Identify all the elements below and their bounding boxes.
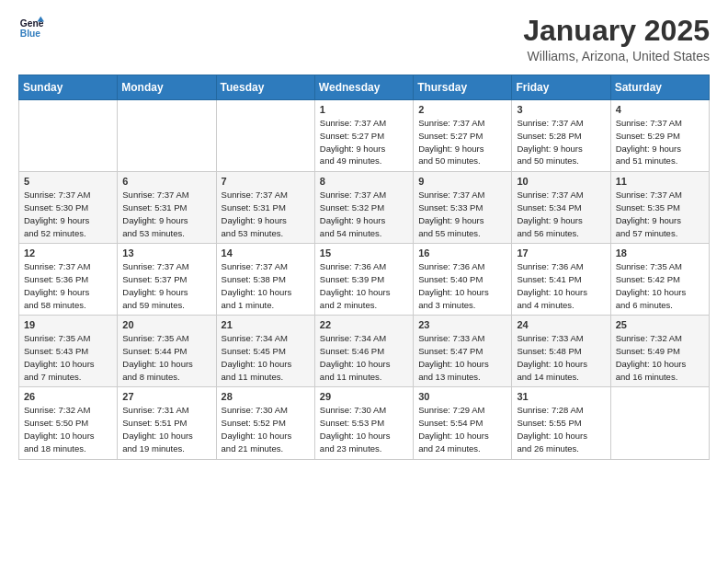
day-info: Sunrise: 7:31 AM Sunset: 5:51 PM Dayligh… bbox=[122, 404, 210, 454]
calendar-cell: 14Sunrise: 7:37 AM Sunset: 5:38 PM Dayli… bbox=[216, 244, 314, 316]
calendar-cell: 9Sunrise: 7:37 AM Sunset: 5:33 PM Daylig… bbox=[414, 172, 512, 244]
calendar-cell: 8Sunrise: 7:37 AM Sunset: 5:32 PM Daylig… bbox=[314, 172, 413, 244]
calendar-cell bbox=[118, 100, 216, 172]
calendar-cell: 7Sunrise: 7:37 AM Sunset: 5:31 PM Daylig… bbox=[216, 172, 314, 244]
day-number: 28 bbox=[222, 391, 310, 402]
day-number: 26 bbox=[24, 391, 112, 402]
day-number: 8 bbox=[320, 176, 408, 187]
day-info: Sunrise: 7:32 AM Sunset: 5:49 PM Dayligh… bbox=[616, 332, 704, 383]
header-row: SundayMondayTuesdayWednesdayThursdayFrid… bbox=[19, 75, 710, 100]
calendar-cell bbox=[19, 100, 118, 172]
day-number: 12 bbox=[24, 247, 112, 259]
calendar-cell: 4Sunrise: 7:37 AM Sunset: 5:29 PM Daylig… bbox=[610, 100, 709, 172]
calendar-cell: 13Sunrise: 7:37 AM Sunset: 5:37 PM Dayli… bbox=[118, 244, 216, 316]
page: General Blue January 2025 Williams, Ariz… bbox=[0, 0, 728, 478]
day-number: 7 bbox=[222, 176, 310, 187]
title-block: January 2025 Williams, Arizona, United S… bbox=[523, 15, 710, 63]
week-row: 12Sunrise: 7:37 AM Sunset: 5:36 PM Dayli… bbox=[19, 244, 710, 316]
calendar-cell: 16Sunrise: 7:36 AM Sunset: 5:40 PM Dayli… bbox=[414, 244, 512, 316]
calendar-cell: 27Sunrise: 7:31 AM Sunset: 5:51 PM Dayli… bbox=[118, 387, 216, 459]
month-title: January 2025 bbox=[523, 15, 710, 47]
day-number: 4 bbox=[616, 104, 704, 115]
day-number: 11 bbox=[616, 176, 704, 187]
calendar-cell: 23Sunrise: 7:33 AM Sunset: 5:47 PM Dayli… bbox=[414, 316, 512, 387]
day-number: 29 bbox=[320, 391, 408, 402]
day-number: 17 bbox=[517, 247, 605, 259]
day-number: 30 bbox=[418, 391, 506, 402]
day-info: Sunrise: 7:37 AM Sunset: 5:31 PM Dayligh… bbox=[122, 189, 210, 239]
day-header: Monday bbox=[118, 75, 216, 100]
calendar-cell: 21Sunrise: 7:34 AM Sunset: 5:45 PM Dayli… bbox=[216, 316, 314, 387]
day-info: Sunrise: 7:30 AM Sunset: 5:52 PM Dayligh… bbox=[222, 404, 310, 454]
day-number: 16 bbox=[418, 247, 506, 259]
day-number: 23 bbox=[418, 319, 506, 330]
calendar-cell bbox=[610, 387, 709, 459]
logo: General Blue bbox=[18, 15, 44, 40]
calendar-cell: 15Sunrise: 7:36 AM Sunset: 5:39 PM Dayli… bbox=[314, 244, 413, 316]
day-number: 10 bbox=[517, 176, 605, 187]
calendar-cell bbox=[216, 100, 314, 172]
day-info: Sunrise: 7:36 AM Sunset: 5:41 PM Dayligh… bbox=[517, 260, 605, 311]
logo-icon: General Blue bbox=[18, 15, 44, 40]
day-info: Sunrise: 7:34 AM Sunset: 5:46 PM Dayligh… bbox=[320, 332, 408, 383]
day-number: 22 bbox=[320, 319, 408, 330]
day-number: 13 bbox=[122, 247, 210, 259]
calendar-cell: 1Sunrise: 7:37 AM Sunset: 5:27 PM Daylig… bbox=[314, 100, 413, 172]
day-number: 6 bbox=[122, 176, 210, 187]
day-info: Sunrise: 7:37 AM Sunset: 5:38 PM Dayligh… bbox=[222, 260, 310, 311]
day-info: Sunrise: 7:37 AM Sunset: 5:32 PM Dayligh… bbox=[320, 189, 408, 239]
day-number: 3 bbox=[517, 104, 605, 115]
calendar-cell: 31Sunrise: 7:28 AM Sunset: 5:55 PM Dayli… bbox=[512, 387, 610, 459]
day-info: Sunrise: 7:33 AM Sunset: 5:48 PM Dayligh… bbox=[517, 332, 605, 383]
calendar-cell: 29Sunrise: 7:30 AM Sunset: 5:53 PM Dayli… bbox=[314, 387, 413, 459]
day-info: Sunrise: 7:37 AM Sunset: 5:28 PM Dayligh… bbox=[517, 117, 605, 167]
day-header: Thursday bbox=[414, 75, 512, 100]
calendar-cell: 3Sunrise: 7:37 AM Sunset: 5:28 PM Daylig… bbox=[512, 100, 610, 172]
day-info: Sunrise: 7:37 AM Sunset: 5:33 PM Dayligh… bbox=[418, 189, 506, 239]
day-info: Sunrise: 7:35 AM Sunset: 5:44 PM Dayligh… bbox=[122, 332, 210, 383]
day-info: Sunrise: 7:30 AM Sunset: 5:53 PM Dayligh… bbox=[320, 404, 408, 454]
day-number: 9 bbox=[418, 176, 506, 187]
day-header: Friday bbox=[512, 75, 610, 100]
day-info: Sunrise: 7:37 AM Sunset: 5:29 PM Dayligh… bbox=[616, 117, 704, 167]
calendar-cell: 12Sunrise: 7:37 AM Sunset: 5:36 PM Dayli… bbox=[19, 244, 118, 316]
day-number: 21 bbox=[222, 319, 310, 330]
calendar-cell: 25Sunrise: 7:32 AM Sunset: 5:49 PM Dayli… bbox=[610, 316, 709, 387]
day-number: 20 bbox=[122, 319, 210, 330]
calendar-cell: 6Sunrise: 7:37 AM Sunset: 5:31 PM Daylig… bbox=[118, 172, 216, 244]
day-info: Sunrise: 7:35 AM Sunset: 5:42 PM Dayligh… bbox=[616, 260, 704, 311]
day-info: Sunrise: 7:37 AM Sunset: 5:34 PM Dayligh… bbox=[517, 189, 605, 239]
calendar: SundayMondayTuesdayWednesdayThursdayFrid… bbox=[18, 75, 710, 459]
week-row: 5Sunrise: 7:37 AM Sunset: 5:30 PM Daylig… bbox=[19, 172, 710, 244]
day-info: Sunrise: 7:28 AM Sunset: 5:55 PM Dayligh… bbox=[517, 404, 605, 454]
calendar-cell: 28Sunrise: 7:30 AM Sunset: 5:52 PM Dayli… bbox=[216, 387, 314, 459]
location: Williams, Arizona, United States bbox=[523, 49, 710, 63]
week-row: 26Sunrise: 7:32 AM Sunset: 5:50 PM Dayli… bbox=[19, 387, 710, 459]
day-info: Sunrise: 7:29 AM Sunset: 5:54 PM Dayligh… bbox=[418, 404, 506, 454]
day-number: 24 bbox=[517, 319, 605, 330]
day-info: Sunrise: 7:37 AM Sunset: 5:30 PM Dayligh… bbox=[24, 189, 112, 239]
calendar-cell: 10Sunrise: 7:37 AM Sunset: 5:34 PM Dayli… bbox=[512, 172, 610, 244]
calendar-cell: 19Sunrise: 7:35 AM Sunset: 5:43 PM Dayli… bbox=[19, 316, 118, 387]
day-info: Sunrise: 7:35 AM Sunset: 5:43 PM Dayligh… bbox=[24, 332, 112, 383]
day-info: Sunrise: 7:36 AM Sunset: 5:39 PM Dayligh… bbox=[320, 260, 408, 311]
day-number: 19 bbox=[24, 319, 112, 330]
day-header: Tuesday bbox=[216, 75, 314, 100]
day-info: Sunrise: 7:37 AM Sunset: 5:36 PM Dayligh… bbox=[24, 260, 112, 311]
calendar-cell: 5Sunrise: 7:37 AM Sunset: 5:30 PM Daylig… bbox=[19, 172, 118, 244]
calendar-cell: 17Sunrise: 7:36 AM Sunset: 5:41 PM Dayli… bbox=[512, 244, 610, 316]
week-row: 1Sunrise: 7:37 AM Sunset: 5:27 PM Daylig… bbox=[19, 100, 710, 172]
day-info: Sunrise: 7:34 AM Sunset: 5:45 PM Dayligh… bbox=[222, 332, 310, 383]
day-number: 25 bbox=[616, 319, 704, 330]
calendar-cell: 22Sunrise: 7:34 AM Sunset: 5:46 PM Dayli… bbox=[314, 316, 413, 387]
calendar-cell: 26Sunrise: 7:32 AM Sunset: 5:50 PM Dayli… bbox=[19, 387, 118, 459]
calendar-cell: 2Sunrise: 7:37 AM Sunset: 5:27 PM Daylig… bbox=[414, 100, 512, 172]
day-number: 15 bbox=[320, 247, 408, 259]
day-info: Sunrise: 7:37 AM Sunset: 5:27 PM Dayligh… bbox=[418, 117, 506, 167]
calendar-cell: 18Sunrise: 7:35 AM Sunset: 5:42 PM Dayli… bbox=[610, 244, 709, 316]
day-header: Saturday bbox=[610, 75, 709, 100]
day-header: Sunday bbox=[19, 75, 118, 100]
day-number: 27 bbox=[122, 391, 210, 402]
week-row: 19Sunrise: 7:35 AM Sunset: 5:43 PM Dayli… bbox=[19, 316, 710, 387]
day-number: 1 bbox=[320, 104, 408, 115]
